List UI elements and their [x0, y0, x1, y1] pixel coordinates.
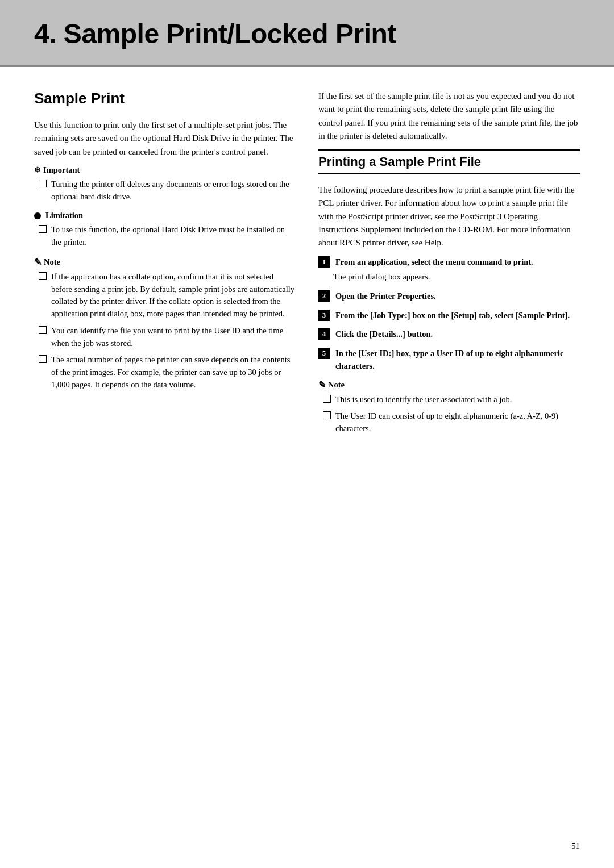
note2-item-2: The User ID can consist of up to eight a…: [318, 410, 580, 435]
important-item-1: Turning the printer off deletes any docu…: [34, 178, 296, 203]
step-4-number: 4: [318, 328, 330, 340]
page-number: 51: [571, 841, 580, 851]
note-item-text-3: The actual number of pages the printer c…: [51, 354, 296, 391]
sample-print-heading: Sample Print: [34, 90, 296, 107]
limitation-title: Limitation: [34, 211, 296, 220]
important-item-text-1: Turning the printer off deletes any docu…: [51, 178, 296, 203]
important-title: Important: [34, 165, 296, 175]
right-intro-text: If the first set of the sample print fil…: [318, 90, 580, 143]
note-title: Note: [34, 257, 296, 268]
important-label: Important: [43, 165, 80, 175]
step-1-content: 1 From an application, select the menu c…: [318, 256, 580, 269]
checkbox-icon-4: [39, 326, 47, 334]
checkbox-icon-7: [323, 411, 331, 419]
step-5-content: 5 In the [User ID:] box, type a User ID …: [318, 348, 580, 373]
chapter-title: 4. Sample Print/Locked Print: [34, 18, 580, 49]
note-item-text-2: You can identify the file you want to pr…: [51, 325, 296, 350]
limitation-item-text-1: To use this function, the optional Hard …: [51, 224, 296, 249]
limitation-label: Limitation: [45, 211, 83, 220]
note-block: Note If the application has a collate op…: [34, 257, 296, 391]
printing-section: Printing a Sample Print File The followi…: [318, 149, 580, 435]
step-5-text: In the [User ID:] box, type a User ID of…: [335, 348, 580, 373]
step-3-text: From the [Job Type:] box on the [Setup] …: [335, 310, 570, 322]
step-1-number: 1: [318, 256, 330, 268]
important-block: Important Turning the printer off delete…: [34, 165, 296, 203]
note-item-1: If the application has a collate option,…: [34, 271, 296, 320]
step-3-content: 3 From the [Job Type:] box on the [Setup…: [318, 310, 580, 322]
chapter-header: 4. Sample Print/Locked Print: [0, 0, 614, 67]
note-icon: [34, 257, 42, 268]
checkbox-icon-6: [323, 395, 331, 403]
limitation-icon: [34, 212, 41, 219]
important-icon: [34, 165, 41, 175]
note-title-2: Note: [318, 379, 580, 390]
step-3: 3 From the [Job Type:] box on the [Setup…: [318, 310, 580, 322]
step-2: 2 Open the Printer Properties.: [318, 290, 580, 303]
printing-intro: The following procedure describes how to…: [318, 183, 580, 249]
limitation-item-1: To use this function, the optional Hard …: [34, 224, 296, 249]
step-2-content: 2 Open the Printer Properties.: [318, 290, 580, 303]
step-4: 4 Click the [Details...] button.: [318, 328, 580, 341]
note2-item-text-2: The User ID can consist of up to eight a…: [335, 410, 580, 435]
checkbox-icon-3: [39, 272, 47, 280]
step-3-number: 3: [318, 310, 330, 321]
note-label-2: Note: [328, 380, 345, 390]
right-column: If the first set of the sample print fil…: [318, 90, 580, 443]
note-block-2: Note This is used to identify the user a…: [318, 379, 580, 435]
step-4-content: 4 Click the [Details...] button.: [318, 328, 580, 341]
checkbox-icon: [39, 180, 47, 187]
note-item-2: You can identify the file you want to pr…: [34, 325, 296, 350]
step-5: 5 In the [User ID:] box, type a User ID …: [318, 348, 580, 373]
step-1-text: From an application, select the menu com…: [335, 256, 533, 269]
note2-item-1: This is used to identify the user associ…: [318, 394, 580, 406]
note-icon-2: [318, 379, 326, 390]
content-area: Sample Print Use this function to print …: [0, 67, 614, 466]
note2-item-text-1: This is used to identify the user associ…: [335, 394, 512, 406]
note-label: Note: [44, 257, 60, 267]
step-2-number: 2: [318, 290, 330, 302]
step-4-text: Click the [Details...] button.: [335, 328, 433, 341]
sample-print-intro: Use this function to print only the firs…: [34, 119, 296, 158]
printing-heading: Printing a Sample Print File: [318, 149, 580, 174]
step-2-text: Open the Printer Properties.: [335, 290, 436, 303]
step-1: 1 From an application, select the menu c…: [318, 256, 580, 283]
checkbox-icon-5: [39, 355, 47, 363]
limitation-block: Limitation To use this function, the opt…: [34, 211, 296, 249]
left-column: Sample Print Use this function to print …: [34, 90, 296, 443]
step-5-number: 5: [318, 348, 330, 359]
note-item-text-1: If the application has a collate option,…: [51, 271, 296, 320]
checkbox-icon-2: [39, 225, 47, 233]
page: 4. Sample Print/Locked Print Sample Prin…: [0, 0, 614, 868]
note-item-3: The actual number of pages the printer c…: [34, 354, 296, 391]
step-1-desc: The print dialog box appears.: [318, 271, 580, 283]
